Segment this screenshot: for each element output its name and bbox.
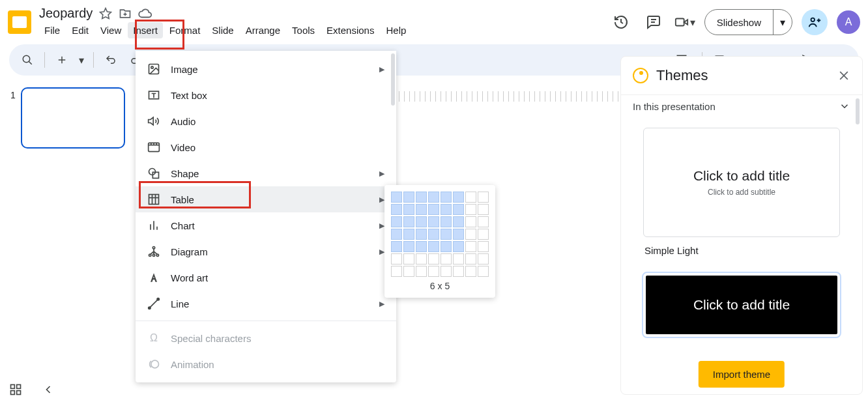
close-icon[interactable] — [837, 69, 850, 82]
table-cell[interactable] — [403, 266, 414, 277]
table-cell[interactable] — [441, 253, 452, 264]
document-title[interactable]: Jeopardy — [39, 6, 93, 21]
table-cell[interactable] — [391, 253, 402, 264]
table-cell[interactable] — [391, 266, 402, 277]
menu-edit[interactable]: Edit — [66, 22, 94, 38]
themes-section-toggle[interactable]: In this presentation — [621, 94, 862, 117]
history-icon[interactable] — [609, 10, 633, 34]
table-cell[interactable] — [391, 204, 402, 215]
menu-arrange[interactable]: Arrange — [240, 22, 285, 38]
table-cell[interactable] — [478, 253, 489, 264]
search-icon[interactable] — [17, 50, 38, 70]
table-grid[interactable] — [391, 192, 489, 277]
grid-view-icon[interactable] — [9, 383, 22, 396]
table-cell[interactable] — [416, 216, 427, 227]
table-cell[interactable] — [416, 241, 427, 252]
table-cell[interactable] — [478, 229, 489, 240]
insert-image[interactable]: Image ▶ — [136, 56, 396, 82]
menu-format[interactable]: Format — [164, 22, 206, 38]
menu-file[interactable]: File — [39, 22, 65, 38]
table-cell[interactable] — [465, 192, 476, 203]
menu-insert[interactable]: Insert — [128, 22, 163, 38]
table-cell[interactable] — [403, 241, 414, 252]
table-cell[interactable] — [441, 216, 452, 227]
table-cell[interactable] — [478, 192, 489, 203]
table-cell[interactable] — [441, 204, 452, 215]
insert-word-art[interactable]: Word art — [136, 264, 396, 291]
table-cell[interactable] — [428, 204, 439, 215]
table-cell[interactable] — [428, 192, 439, 203]
table-cell[interactable] — [478, 204, 489, 215]
menu-view[interactable]: View — [95, 22, 126, 38]
table-cell[interactable] — [428, 216, 439, 227]
table-cell[interactable] — [465, 241, 476, 252]
table-cell[interactable] — [465, 204, 476, 215]
table-cell[interactable] — [441, 266, 452, 277]
theme-card-dark[interactable]: Click to add title — [643, 273, 840, 337]
table-cell[interactable] — [403, 253, 414, 264]
table-cell[interactable] — [453, 253, 464, 264]
table-cell[interactable] — [416, 192, 427, 203]
insert-chart[interactable]: Chart ▶ — [136, 212, 396, 238]
meet-icon[interactable]: ▾ — [674, 10, 695, 34]
slideshow-label[interactable]: Slideshow — [705, 10, 774, 35]
table-cell[interactable] — [453, 266, 464, 277]
table-cell[interactable] — [403, 216, 414, 227]
insert-video[interactable]: Video — [136, 134, 396, 160]
cloud-status-icon[interactable] — [138, 7, 152, 21]
import-theme-button[interactable]: Import theme — [699, 361, 785, 388]
table-cell[interactable] — [428, 229, 439, 240]
star-icon[interactable] — [99, 7, 112, 20]
undo-button[interactable] — [100, 50, 121, 70]
table-cell[interactable] — [403, 192, 414, 203]
table-cell[interactable] — [453, 216, 464, 227]
table-cell[interactable] — [403, 204, 414, 215]
table-cell[interactable] — [391, 229, 402, 240]
table-cell[interactable] — [453, 192, 464, 203]
table-cell[interactable] — [416, 266, 427, 277]
menu-extensions[interactable]: Extensions — [321, 22, 379, 38]
insert-line[interactable]: Line ▶ — [136, 291, 396, 317]
new-slide-button[interactable] — [51, 50, 72, 70]
table-cell[interactable] — [391, 192, 402, 203]
comments-icon[interactable] — [642, 10, 665, 34]
table-cell[interactable] — [428, 266, 439, 277]
slide-thumbnail-1[interactable] — [21, 87, 125, 149]
table-cell[interactable] — [478, 216, 489, 227]
insert-shape[interactable]: Shape ▶ — [136, 160, 396, 186]
share-button[interactable] — [802, 9, 828, 35]
table-cell[interactable] — [465, 266, 476, 277]
table-cell[interactable] — [441, 241, 452, 252]
table-cell[interactable] — [465, 253, 476, 264]
table-size-picker[interactable]: 6 x 5 — [384, 185, 495, 298]
table-cell[interactable] — [403, 229, 414, 240]
slideshow-dropdown[interactable]: ▾ — [774, 10, 792, 35]
table-cell[interactable] — [416, 229, 427, 240]
table-cell[interactable] — [391, 241, 402, 252]
table-cell[interactable] — [416, 204, 427, 215]
table-cell[interactable] — [465, 216, 476, 227]
theme-card-simple-light[interactable]: Click to add title Click to add subtitle — [643, 128, 840, 237]
menu-help[interactable]: Help — [381, 22, 411, 38]
table-cell[interactable] — [428, 253, 439, 264]
table-cell[interactable] — [453, 229, 464, 240]
table-cell[interactable] — [428, 241, 439, 252]
slideshow-button[interactable]: Slideshow ▾ — [704, 9, 792, 35]
insert-audio[interactable]: Audio — [136, 108, 396, 134]
table-cell[interactable] — [441, 229, 452, 240]
table-cell[interactable] — [453, 241, 464, 252]
table-cell[interactable] — [453, 204, 464, 215]
table-cell[interactable] — [416, 253, 427, 264]
insert-text-box[interactable]: Text box — [136, 82, 396, 108]
insert-diagram[interactable]: Diagram ▶ — [136, 238, 396, 264]
new-slide-dropdown[interactable]: ▾ — [76, 50, 87, 70]
move-folder-icon[interactable] — [119, 7, 132, 20]
table-cell[interactable] — [478, 266, 489, 277]
avatar[interactable]: A — [837, 10, 860, 34]
table-cell[interactable] — [478, 241, 489, 252]
menu-slide[interactable]: Slide — [207, 22, 239, 38]
table-cell[interactable] — [465, 229, 476, 240]
collapse-panel-icon[interactable] — [42, 383, 55, 396]
insert-table[interactable]: Table ▶ — [136, 186, 396, 212]
table-cell[interactable] — [391, 216, 402, 227]
